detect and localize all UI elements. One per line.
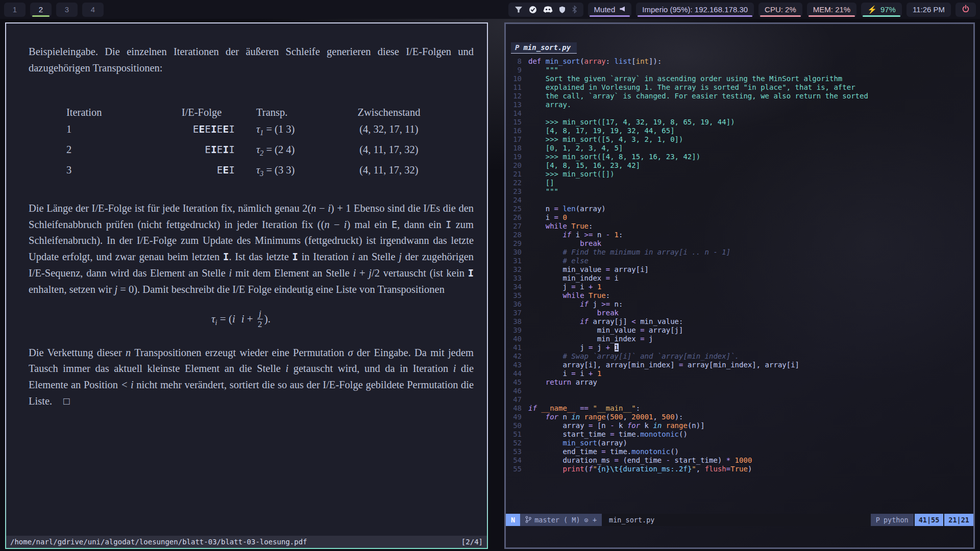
vpn-module[interactable]: Imperio (95%): 192.168.178.30 xyxy=(636,3,754,17)
code-line[interactable]: 26 i = 0 xyxy=(506,213,973,222)
volume-module[interactable]: Muted xyxy=(588,3,632,17)
line-number: 54 xyxy=(506,456,528,465)
pdf-paragraph-1: Beispieleingabe. Die einzelnen Iteration… xyxy=(29,44,474,77)
code-line[interactable]: 28 if i >= n - 1: xyxy=(506,231,973,239)
code-line[interactable]: 8def min_sort(array: list[int]): xyxy=(506,57,973,66)
code-line[interactable]: 32 min_value = array[i] xyxy=(506,265,973,274)
line-number: 50 xyxy=(506,421,528,430)
clock-module[interactable]: 11:26 PM xyxy=(906,3,951,17)
code-line[interactable]: 50 array = [n - k for k in range(n)] xyxy=(506,421,973,430)
clock-label: 11:26 PM xyxy=(913,5,945,14)
code-line[interactable]: 17 >>> min_sort([5, 4, 3, 2, 1, 0]) xyxy=(506,135,973,144)
code-line[interactable]: 41 j = j + 1 xyxy=(506,343,973,352)
code-line[interactable]: 31 # else xyxy=(506,257,973,265)
code-line[interactable]: 45 return array xyxy=(506,378,973,387)
line-number: 29 xyxy=(506,239,528,248)
workspace-4[interactable]: 4 xyxy=(82,3,104,17)
python-icon: P xyxy=(515,43,519,52)
code-line[interactable]: 48if __name__ == "__main__": xyxy=(506,404,973,413)
funnel-icon[interactable] xyxy=(514,6,523,13)
code-line[interactable]: 20 [4, 8, 15, 16, 23, 42] xyxy=(506,161,973,170)
line-number: 53 xyxy=(506,447,528,456)
line-number: 13 xyxy=(506,101,528,109)
code-line[interactable]: 19 >>> min_sort([4, 8, 15, 16, 23, 42]) xyxy=(506,153,973,161)
code-line[interactable]: 38 if array[j] < min_value: xyxy=(506,317,973,326)
formula: τi = (ii + j2). xyxy=(29,310,453,330)
check-circle-icon[interactable] xyxy=(529,6,537,14)
code-line[interactable]: 29 break xyxy=(506,239,973,248)
code-line[interactable]: 14 xyxy=(506,109,973,118)
workspace-1[interactable]: 1 xyxy=(4,3,26,17)
python-icon: P xyxy=(876,516,880,524)
code-line[interactable]: 53 end_time = time.monotonic() xyxy=(506,447,973,456)
code-line[interactable]: 43 array[i], array[min_index] = array[mi… xyxy=(506,361,973,369)
code-line[interactable]: 37 break xyxy=(506,309,973,317)
memory-module[interactable]: MEM: 21% xyxy=(807,3,856,17)
line-number: 21 xyxy=(506,170,528,179)
code-line[interactable]: 35 while True: xyxy=(506,291,973,300)
line-number: 27 xyxy=(506,222,528,231)
code-line[interactable]: 54 duration_ms = (end_time - start_time)… xyxy=(506,456,973,465)
code-line[interactable]: 24 xyxy=(506,196,973,205)
pdf-table: Iteration I/E-Folge Transp. Zwischenstan… xyxy=(66,104,474,182)
code-line[interactable]: 44 i = i + 1 xyxy=(506,369,973,378)
code-line[interactable]: 15 >>> min_sort([17, 4, 32, 19, 8, 65, 1… xyxy=(506,118,973,127)
line-number: 23 xyxy=(506,187,528,196)
table-header-row: Iteration I/E-Folge Transp. Zwischenstan… xyxy=(66,104,474,121)
code-line[interactable]: 36 if j >= n: xyxy=(506,300,973,309)
git-branch-section[interactable]: master ( M) ⊙ + xyxy=(520,514,602,526)
code-line[interactable]: 12 the call, `array` is changed. For eas… xyxy=(506,92,973,101)
line-number: 8 xyxy=(506,57,528,66)
code-line[interactable]: 52 min_sort(array) xyxy=(506,439,973,447)
code-line[interactable]: 18 [0, 1, 2, 3, 4, 5] xyxy=(506,144,973,153)
code-line[interactable]: 27 while True: xyxy=(506,222,973,231)
pdf-paragraph-2: Die Länge der I/E-Folge ist für jede Ite… xyxy=(29,201,474,298)
pdf-page[interactable]: Beispieleingabe. Die einzelnen Iteration… xyxy=(6,23,487,536)
tab-min-sort-py[interactable]: Pmin_sort.py xyxy=(511,42,577,54)
code-line[interactable]: 30 # Find the minimum in array[i .. n - … xyxy=(506,248,973,257)
line-number: 34 xyxy=(506,283,528,291)
code-line[interactable]: 13 array. xyxy=(506,101,973,109)
col-header-zwischenstand: Zwischenstand xyxy=(328,104,450,121)
code-line[interactable]: 21 >>> min_sort([]) xyxy=(506,170,973,179)
bluetooth-icon[interactable] xyxy=(572,6,577,13)
code-line[interactable]: 16 [4, 8, 17, 19, 19, 32, 44, 65] xyxy=(506,127,973,135)
power-icon xyxy=(962,5,970,14)
code-line[interactable]: 23 """ xyxy=(506,187,973,196)
code-line[interactable]: 11 explained in Vorlesung 1. The array i… xyxy=(506,83,973,92)
code-line[interactable]: 34 j = i + 1 xyxy=(506,283,973,291)
code-line[interactable]: 55 print(f"{n}\t{duration_ms:.2f}", flus… xyxy=(506,465,973,473)
tab-label: min_sort.py xyxy=(523,43,571,52)
system-tray[interactable] xyxy=(508,3,583,17)
workspace-3[interactable]: 3 xyxy=(56,3,78,17)
workspace-2[interactable]: 2 xyxy=(30,3,52,17)
code-line[interactable]: 42 # Swap `array[i]` and `array[min_inde… xyxy=(506,352,973,361)
discord-icon[interactable] xyxy=(543,6,553,13)
cpu-module[interactable]: CPU: 2% xyxy=(758,3,802,17)
shield-icon[interactable] xyxy=(559,6,566,13)
cursor-col-indicator: 21|21 xyxy=(944,514,973,526)
code-line[interactable]: 46 xyxy=(506,387,973,395)
line-number: 44 xyxy=(506,369,528,378)
battery-module[interactable]: ⚡ 97% xyxy=(861,3,902,17)
code-line[interactable]: 25 n = len(array) xyxy=(506,205,973,213)
line-number: 24 xyxy=(506,196,528,205)
code-line[interactable]: 47 xyxy=(506,395,973,404)
code-line[interactable]: 51 start_time = time.monotonic() xyxy=(506,430,973,439)
filetype-section: Ppython xyxy=(871,514,914,526)
code-line[interactable]: 33 min_index = i xyxy=(506,274,973,283)
code-line[interactable]: 39 min_value = array[j] xyxy=(506,326,973,335)
code-lines: 8def min_sort(array: list[int]):9 """10 … xyxy=(506,57,973,473)
line-number: 47 xyxy=(506,395,528,404)
code-area[interactable]: 8def min_sort(array: list[int]):9 """10 … xyxy=(506,56,973,514)
code-line[interactable]: 40 min_index = j xyxy=(506,335,973,343)
code-line[interactable]: 10 Sort the given `array` in ascending o… xyxy=(506,74,973,83)
code-line[interactable]: 49 for n in range(500, 20001, 500): xyxy=(506,413,973,421)
power-button[interactable] xyxy=(955,3,976,17)
code-line[interactable]: 22 [] xyxy=(506,179,973,187)
battery-label: 97% xyxy=(880,5,896,14)
code-line[interactable]: 9 """ xyxy=(506,66,973,74)
col-header-transp: Transp. xyxy=(256,104,328,121)
lightning-icon: ⚡ xyxy=(867,5,877,14)
module-underline xyxy=(863,15,900,17)
